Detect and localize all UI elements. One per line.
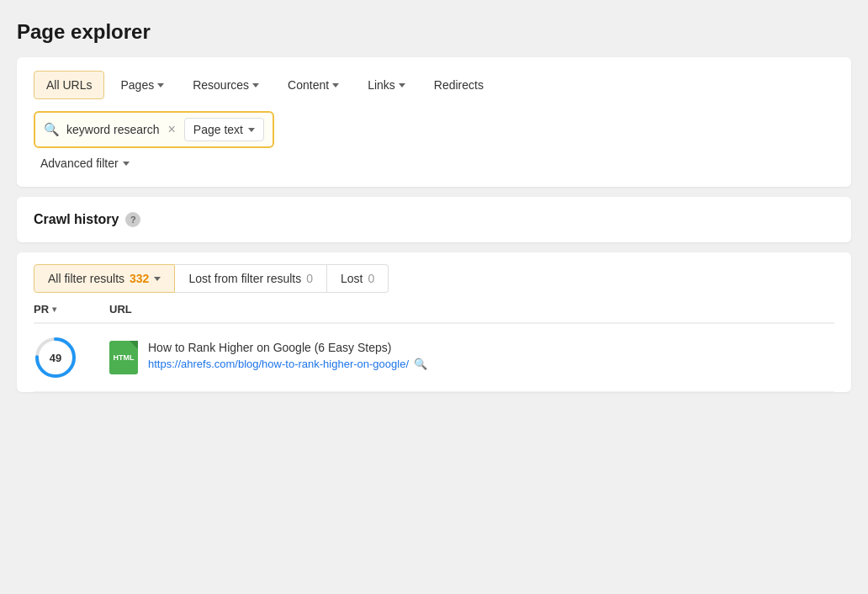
links-chevron-icon	[399, 83, 405, 88]
filter-type-button[interactable]: Page text	[184, 118, 264, 141]
all-filter-count: 332	[130, 272, 149, 285]
clear-search-button[interactable]: ×	[167, 123, 177, 136]
crawl-history-title: Crawl history	[34, 212, 119, 227]
page-wrapper: Page explorer All URLs Pages Resources C…	[0, 0, 868, 594]
col-pr[interactable]: PR ▾	[34, 303, 109, 316]
results-tabs: All filter results 332 Lost from filter …	[34, 264, 834, 293]
pr-circle-badge: 49	[34, 336, 77, 379]
tabs-filter-card: All URLs Pages Resources Content Links	[17, 57, 851, 187]
results-card: All filter results 332 Lost from filter …	[17, 252, 851, 392]
td-url: HTML How to Rank Higher on Google (6 Eas…	[109, 341, 834, 374]
tab-content[interactable]: Content	[275, 71, 352, 99]
result-url-link[interactable]: https://ahrefs.com/blog/how-to-rank-high…	[148, 358, 409, 370]
url-search-icon[interactable]: 🔍	[414, 358, 427, 370]
lost-filter-count: 0	[306, 272, 313, 285]
lost-count: 0	[368, 272, 374, 285]
tab-links[interactable]: Links	[355, 71, 418, 99]
tab-all-urls[interactable]: All URLs	[34, 71, 104, 99]
url-info: How to Rank Higher on Google (6 Easy Ste…	[148, 341, 427, 370]
content-chevron-icon	[332, 83, 339, 88]
result-tab-lost-filter[interactable]: Lost from filter results 0	[175, 264, 327, 293]
page-title: Page explorer	[17, 20, 851, 44]
result-tab-all-filter[interactable]: All filter results 332	[34, 264, 175, 293]
pr-sort-icon: ▾	[52, 305, 56, 314]
tabs-bar: All URLs Pages Resources Content Links	[34, 71, 834, 99]
search-value: keyword research	[66, 123, 160, 136]
table-row: 49 HTML How to Rank Higher on Google (6 …	[34, 324, 834, 392]
crawl-history-header: Crawl history ?	[34, 212, 834, 227]
all-filter-chevron-icon	[154, 277, 161, 281]
result-title: How to Rank Higher on Google (6 Easy Ste…	[148, 341, 427, 354]
col-url: URL	[109, 303, 834, 316]
search-icon: 🔍	[44, 122, 60, 137]
tab-resources[interactable]: Resources	[180, 71, 272, 99]
filter-type-chevron-icon	[248, 128, 255, 132]
advanced-filter-button[interactable]: Advanced filter	[40, 156, 130, 170]
html-type-icon: HTML	[109, 341, 138, 374]
pr-value: 49	[50, 352, 61, 364]
pages-chevron-icon	[157, 83, 164, 88]
filter-bar: 🔍 keyword research × Page text	[34, 111, 274, 148]
tab-pages[interactable]: Pages	[108, 71, 177, 99]
crawl-history-help-icon[interactable]: ?	[125, 212, 140, 227]
tab-redirects[interactable]: Redirects	[421, 71, 496, 99]
table-header: PR ▾ URL	[34, 293, 834, 324]
result-tab-lost[interactable]: Lost 0	[327, 264, 389, 293]
td-pr: 49	[34, 336, 109, 379]
resources-chevron-icon	[252, 83, 259, 88]
crawl-history-card: Crawl history ?	[17, 197, 851, 242]
advanced-filter-chevron-icon	[123, 162, 130, 166]
